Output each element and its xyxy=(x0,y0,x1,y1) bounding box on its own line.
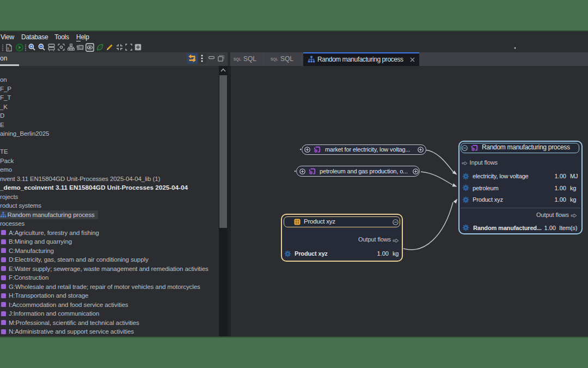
svg-text:a: a xyxy=(7,46,9,50)
